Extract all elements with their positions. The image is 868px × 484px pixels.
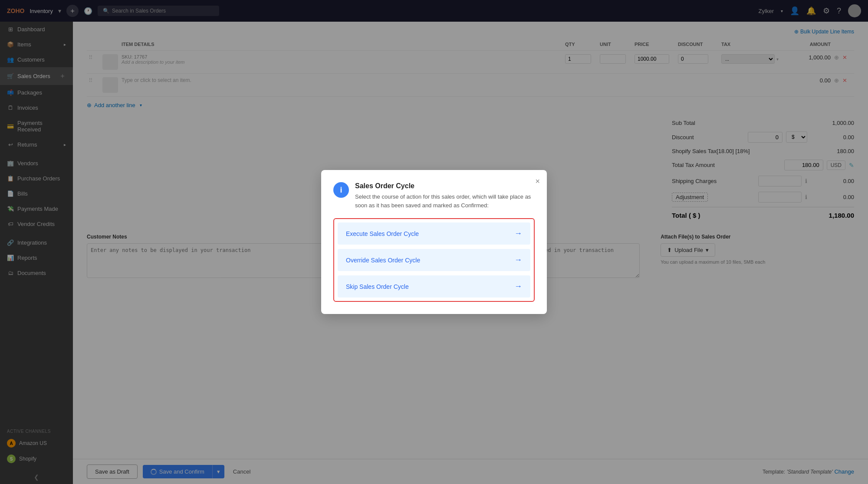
modal-option-override-arrow: → [514, 255, 522, 265]
modal-option-skip[interactable]: Skip Sales Order Cycle → [338, 275, 530, 298]
modal-option-override-label: Override Sales Order Cycle [346, 257, 420, 264]
modal-header: i Sales Order Cycle Select the course of… [333, 182, 535, 209]
modal-option-override[interactable]: Override Sales Order Cycle → [338, 249, 530, 271]
modal: i Sales Order Cycle Select the course of… [321, 170, 547, 314]
modal-option-execute-arrow: → [514, 229, 522, 238]
modal-info-icon: i [333, 182, 349, 198]
modal-overlay[interactable]: i Sales Order Cycle Select the course of… [0, 0, 868, 484]
modal-header-text: Sales Order Cycle Select the course of a… [355, 182, 535, 209]
modal-option-skip-label: Skip Sales Order Cycle [346, 283, 409, 290]
modal-options-container: Execute Sales Order Cycle → Override Sal… [333, 218, 535, 302]
modal-title: Sales Order Cycle [355, 182, 535, 190]
modal-option-execute-label: Execute Sales Order Cycle [346, 230, 419, 237]
modal-option-skip-arrow: → [514, 282, 522, 291]
modal-option-execute[interactable]: Execute Sales Order Cycle → [338, 222, 530, 245]
modal-description: Select the course of action for this sal… [355, 193, 535, 209]
modal-close-button[interactable]: × [535, 177, 540, 186]
